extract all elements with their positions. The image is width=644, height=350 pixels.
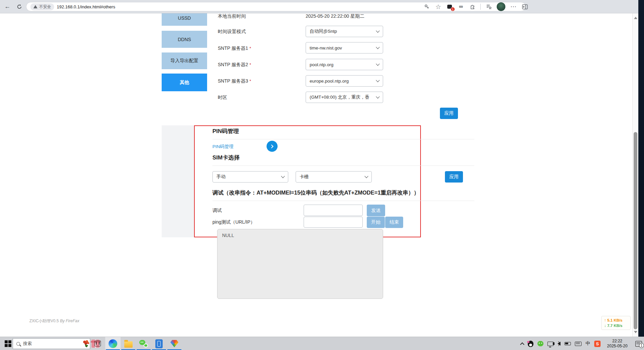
volume-tray-icon[interactable]: [557, 342, 560, 346]
qq-tray-icon[interactable]: [528, 341, 533, 347]
time-mode-select[interactable]: 自动同步Sntp: [306, 26, 383, 37]
debug-console-output[interactable]: NULL: [217, 229, 383, 299]
touch-keyboard-icon[interactable]: [575, 342, 582, 346]
collections-icon[interactable]: [485, 3, 492, 10]
sntp3-select[interactable]: europe.pool.ntp.org: [306, 75, 383, 87]
extensions-puzzle-icon[interactable]: [469, 3, 476, 10]
sntp2-label: SNTP 服务器2*: [218, 62, 251, 68]
required-asterisk: *: [250, 46, 251, 51]
windows-taskbar: 搜索: [0, 337, 644, 350]
sidebar-toggle-icon[interactable]: [521, 3, 528, 10]
security-chip[interactable]: 不安全: [30, 3, 54, 10]
sntp1-select[interactable]: time-nw.nist.gov: [306, 42, 383, 53]
notification-badge: 1: [639, 343, 644, 348]
sntp3-label-text: SNTP 服务器3: [218, 78, 248, 84]
sim-mode-value: 手动: [216, 174, 225, 180]
ping-test-label: ping测试（URL/IP）: [212, 219, 255, 225]
wechat-tray-icon[interactable]: [537, 341, 543, 346]
time-apply-button[interactable]: 应用: [440, 108, 458, 119]
sim-slot-select[interactable]: 卡槽: [296, 171, 372, 183]
infinity-extension-icon[interactable]: ∞: [458, 3, 464, 10]
start-button[interactable]: [5, 340, 11, 347]
refresh-button[interactable]: [15, 2, 24, 11]
sogou-input-icon[interactable]: S: [594, 341, 601, 347]
warning-icon: [33, 5, 37, 8]
sidebar-item-ussd[interactable]: USSD: [162, 13, 207, 26]
chevron-down-icon: [376, 78, 379, 82]
clock-date: 2025-05-20: [605, 344, 630, 349]
ping-input[interactable]: [304, 217, 363, 228]
back-button[interactable]: ←: [3, 2, 12, 11]
pin-management-link[interactable]: PIN码管理: [212, 144, 233, 150]
sidebar-item-import-export[interactable]: 导入导出配置: [162, 52, 207, 69]
profile-avatar[interactable]: [497, 2, 505, 11]
sntp1-value: time-nw.nist.gov: [310, 45, 342, 50]
tray-expand-chevron-icon[interactable]: [520, 342, 524, 347]
timezone-label: 时区: [218, 95, 227, 101]
ime-indicator[interactable]: 中: [586, 341, 590, 347]
battery-tray-icon[interactable]: [565, 342, 571, 345]
upload-speed: ↑ 5.1 KB/s: [604, 318, 628, 323]
sim-slot-value: 卡槽: [300, 174, 309, 180]
flower-icon: [83, 340, 90, 345]
sntp3-value: europe.pool.ntp.org: [310, 79, 349, 84]
task-view-button[interactable]: [95, 341, 101, 346]
footer-app-name: ZXIC小助理V0.5: [29, 319, 59, 323]
refresh-icon: [17, 4, 22, 9]
download-speed: ↓ 7.7 KB/s: [604, 323, 628, 328]
scroll-up-arrow[interactable]: [634, 17, 637, 19]
system-tray: 中 S 22:22 2025-05-20 1: [521, 337, 642, 350]
debug-label: 调试: [212, 208, 222, 214]
sidebar-column-background: [162, 125, 194, 237]
desktop-wallpaper-strip: [638, 0, 644, 337]
chevron-down-icon: [376, 62, 379, 66]
taskbar-app-edge[interactable]: [105, 337, 121, 350]
sntp2-select[interactable]: pool.ntp.org: [306, 59, 383, 70]
sidebar-item-others[interactable]: 其他: [162, 74, 207, 91]
taskbar-app-wechat[interactable]: [136, 337, 151, 350]
taskbar-search-box[interactable]: 搜索: [13, 338, 90, 349]
chevron-down-icon: [281, 174, 285, 178]
taskbar-app-explorer[interactable]: [121, 337, 136, 350]
sntp3-label: SNTP 服务器3*: [218, 78, 251, 84]
sidebar-item-ddns[interactable]: DDNS: [162, 31, 207, 48]
time-mode-label: 时间设置模式: [218, 29, 246, 35]
router-admin-page: USSD DDNS 导入导出配置 其他 本地当前时间 2025-05-20 22…: [0, 13, 632, 337]
security-label: 不安全: [39, 4, 51, 10]
toolbar-right-icons: ☆ 1 ∞ ⋯: [424, 0, 528, 13]
chevron-down-icon: [376, 45, 379, 49]
sntp2-value: pool.ntp.org: [310, 62, 333, 67]
scrollbar-thumb[interactable]: [634, 132, 637, 329]
url-text: 192.168.0.1/index.html#others: [57, 4, 115, 9]
notification-center-icon[interactable]: 1: [635, 341, 642, 347]
taskbar-app-gem[interactable]: [167, 337, 182, 350]
start-button[interactable]: 开始: [367, 217, 385, 228]
taskbar-app-phone[interactable]: [151, 337, 167, 350]
sntp1-label-text: SNTP 服务器1: [218, 45, 248, 51]
page-footer: ZXIC小助理V0.5 By FireFax: [29, 318, 79, 324]
menu-dots-icon[interactable]: ⋯: [510, 3, 517, 10]
send-button[interactable]: 发送: [367, 205, 385, 216]
required-asterisk: *: [250, 79, 251, 84]
sim-apply-button[interactable]: 应用: [445, 171, 463, 183]
sim-mode-select[interactable]: 手动: [212, 171, 288, 183]
debug-input[interactable]: [304, 205, 363, 216]
local-time-value: 2025-05-20 22:22:00 星期二: [306, 13, 364, 19]
stop-button[interactable]: 结束: [385, 217, 403, 228]
required-asterisk: *: [250, 62, 251, 67]
timezone-select[interactable]: (GMT+08:00) 北京，重庆，香: [306, 92, 383, 103]
scroll-down-arrow[interactable]: [634, 331, 637, 333]
taskbar-clock[interactable]: 22:22 2025-05-20: [605, 339, 630, 349]
page-scrollbar[interactable]: [632, 13, 638, 337]
pin-expand-button[interactable]: [267, 141, 278, 152]
password-key-icon[interactable]: [424, 3, 430, 10]
favorite-star-icon[interactable]: ☆: [435, 3, 442, 10]
browser-toolbar: ← 不安全 192.168.0.1/index.html#others ☆ 1: [0, 0, 638, 13]
wechat-icon: [139, 339, 148, 348]
extension-icon[interactable]: 1: [446, 3, 453, 10]
gem-icon: [170, 340, 178, 347]
sim-section-title: SIM卡选择: [212, 154, 474, 166]
sntp1-label: SNTP 服务器1*: [218, 45, 251, 51]
pin-section-title: PIN码管理: [212, 127, 474, 139]
toolbar-divider: [480, 4, 481, 10]
